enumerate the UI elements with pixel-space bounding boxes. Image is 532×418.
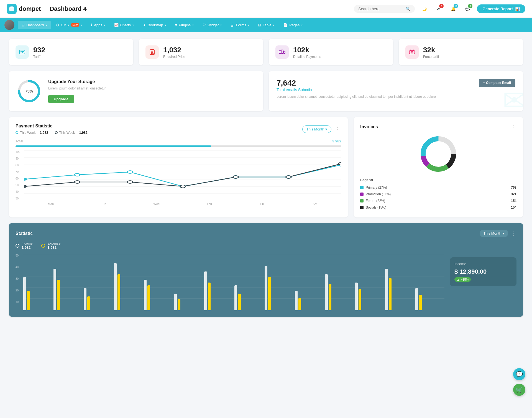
svg-point-39 [233,176,238,178]
legend-item-forum: Forum (22%) 154 [360,198,516,204]
nav-item-bootstrap[interactable]: ★ Bootstrap ▾ [139,21,170,29]
chevron-down-icon: ▾ [192,24,194,27]
chevron-down-icon: ▾ [165,24,166,27]
invoices-donut-chart [360,135,516,173]
plugins-icon: ♥ [175,23,177,27]
invoices-title: Invoices [360,124,378,129]
force-tariff-label: Force tariff [423,55,439,59]
svg-rect-14 [283,51,285,53]
legend-item-promotion: Promotion (11%) 321 [360,191,516,198]
detailed-payments-label: Detailed Payments [293,55,321,59]
pages-icon: 📄 [283,23,288,27]
statistic-this-month-button[interactable]: This Month ▾ [480,230,508,237]
legend-title: Legend [360,178,516,182]
widget-icon: ♡ [203,23,206,27]
chevron-down-icon: ▾ [220,24,222,27]
x-axis-labels: Mon Tue Wed Thu Fri Sat [24,202,341,206]
more-options-icon[interactable]: ⋮ [334,125,341,133]
main-content: 932 Tariff + 1,032 Required Price [0,32,532,324]
chevron-down-icon: ▾ [301,24,303,27]
legend-item-primary: Primary (27%) 763 [360,184,516,191]
logo: dompet [7,4,41,14]
search-input[interactable] [358,7,403,11]
logo-icon [7,4,17,14]
svg-rect-3 [21,51,22,52]
apps-icon: ℹ [91,23,92,27]
bar-chart-icon: 📊 [515,7,520,11]
nav-avatar [4,20,14,30]
stat-card-force-tariff: 32k Force tariff [399,39,523,65]
svg-rect-4 [22,51,24,52]
nav-item-forms[interactable]: 🖨 Forms ▾ [227,21,253,29]
chat-badge: 5 [468,4,472,8]
statistic-more-options[interactable]: ⋮ [511,230,516,237]
invoices-card: Invoices ⋮ Legend [354,117,523,217]
forms-icon: 🖨 [231,23,234,27]
navbar: ⊞ Dashboard ▾ ⚙ CMS New ▾ ℹ Apps ▾ 📈 Cha… [0,18,532,32]
generate-report-button[interactable]: Generate Report 📊 [477,4,525,13]
chevron-down-icon: ▾ [81,24,82,27]
svg-rect-15 [409,51,415,54]
legend-dot-dark [55,131,58,134]
bag-button[interactable]: 🛍 2 [434,4,444,14]
nav-item-apps[interactable]: ℹ Apps ▾ [87,21,109,29]
nav-item-plugins[interactable]: ♥ Plugins ▾ [171,21,198,29]
upgrade-button[interactable]: Upgrade [48,95,74,103]
force-tariff-value: 32k [423,46,439,54]
stats-row: 932 Tariff + 1,032 Required Price [9,39,523,65]
invoices-more-options[interactable]: ⋮ [511,124,516,130]
charts-icon: 📈 [114,23,119,27]
forum-color [360,199,364,202]
dashboard-icon: ⊞ [22,23,25,27]
search-icon: 🔍 [406,7,410,11]
legend-item-socials: Socials (15%) 154 [360,204,516,211]
tariff-label: Tariff [33,55,45,59]
nav-item-cms[interactable]: ⚙ CMS New ▾ [52,21,86,29]
upgrade-donut: 75% [17,79,42,104]
search-box[interactable]: 🔍 [354,5,415,13]
statistic-content: 5040302010 [16,254,516,310]
nav-item-table[interactable]: ⊟ Table ▾ [254,21,278,29]
svg-point-28 [24,178,27,181]
nav-item-pages[interactable]: 📄 Pages ▾ [279,21,306,29]
y-axis-labels: 10090807060504030 [16,150,23,200]
nav-item-widget[interactable]: ♡ Widget ▾ [199,21,226,29]
income-box-container: Income $ 12,890,00 ▲ +15% [450,254,516,310]
svg-rect-2 [19,50,25,54]
chevron-down-icon: ▾ [325,127,327,131]
svg-point-36 [75,181,80,183]
expense-dot [41,244,45,248]
upgrade-title: Upgrade Your Storage [48,79,106,84]
svg-rect-1 [10,6,13,8]
payment-progress [16,145,341,147]
bootstrap-icon: ★ [143,23,146,27]
chevron-down-icon: ▾ [132,24,134,27]
required-price-label: Required Price [163,55,185,59]
bell-button[interactable]: 🔔 12 [448,4,458,14]
invoices-legend: Primary (27%) 763 Promotion (11%) 321 Fo… [360,184,516,211]
svg-point-29 [75,173,80,176]
stat-card-detailed-payments: 102k Detailed Payments [269,39,393,65]
header-title: Dashboard 4 [50,5,86,12]
primary-color [360,186,364,189]
header-icons: 🌙 🛍 2 🔔 12 💬 5 Generate Report 📊 [419,4,525,14]
payment-card: Payment Statistic This Week 1,982 This W… [9,117,348,217]
header: dompet Dashboard 4 🔍 🌙 🛍 2 🔔 12 💬 5 Gene… [0,0,532,18]
income-item: Income 1,982 [16,242,32,250]
email-bg-icon: ✉ [503,86,523,111]
svg-point-18 [411,52,413,53]
promotion-color [360,193,364,196]
moon-toggle[interactable]: 🌙 [419,4,429,14]
chevron-down-icon: ▾ [273,24,274,27]
income-expense-row: Income 1,982 Expense 1,982 [16,242,516,250]
upgrade-percent: 75% [25,89,33,93]
nav-item-charts[interactable]: 📈 Charts ▾ [110,21,138,29]
chevron-down-icon: ▾ [46,24,47,27]
chat-button[interactable]: 💬 5 [462,4,472,14]
nav-item-dashboard[interactable]: ⊞ Dashboard ▾ [18,21,51,29]
cms-icon: ⚙ [56,23,59,27]
svg-rect-13 [281,50,283,53]
this-month-button[interactable]: This Month ▾ [302,125,331,133]
bar-chart-area: 5040302010 [16,254,444,310]
svg-point-38 [180,185,185,188]
